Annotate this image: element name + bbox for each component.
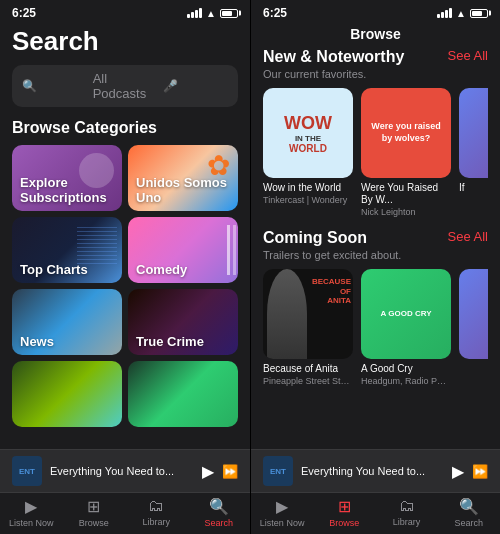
categories-grid: Explore Subscriptions Unidos Somos Uno T… — [12, 145, 238, 427]
page-title: Search — [12, 26, 238, 57]
library-icon-right: 🗂 — [399, 497, 415, 515]
now-playing-artwork-right: ENT — [263, 456, 293, 486]
now-playing-bar-right[interactable]: ENT Everything You Need to... ▶ ⏩ — [251, 449, 500, 492]
forward-button-left[interactable]: ⏩ — [222, 464, 238, 479]
time-right: 6:25 — [263, 6, 287, 20]
status-icons-right: ▲ — [437, 8, 488, 19]
podcast-artwork-goodcry: A GOOD CRY — [361, 269, 451, 359]
artwork-text-left: ENT — [19, 467, 35, 476]
tab-library-left[interactable]: 🗂 Library — [125, 497, 188, 528]
signal-icon — [187, 8, 202, 18]
category-tile-explore[interactable]: Explore Subscriptions — [12, 145, 122, 211]
mic-icon: 🎤 — [163, 79, 228, 93]
status-bar-right: 6:25 ▲ — [251, 0, 500, 22]
now-playing-title-left: Everything You Need to... — [50, 465, 194, 477]
podcast-name-wolves: Were You Raised By W... — [361, 182, 451, 206]
category-tile-comedy[interactable]: Comedy — [128, 217, 238, 283]
coming-soon-scroll: BECAUSEOFANITA Because of Anita Pineappl… — [263, 269, 488, 386]
coming-soon-title: Coming Soon — [263, 229, 367, 247]
browse-content: New & Noteworthy See All Our current fav… — [251, 48, 500, 449]
category-label-unidos: Unidos Somos Uno — [128, 169, 238, 211]
time-left: 6:25 — [12, 6, 36, 20]
category-label-more1 — [12, 415, 28, 427]
tab-bar-right: ▶ Listen Now ⊞ Browse 🗂 Library 🔍 Search — [251, 492, 500, 534]
new-noteworthy-header: New & Noteworthy See All — [263, 48, 488, 66]
browse-header: Browse — [251, 22, 500, 48]
signal-icon-right — [437, 8, 452, 18]
podcast-card-goodcry[interactable]: A GOOD CRY A Good Cry Headgum, Radio Poi… — [361, 269, 451, 386]
podcast-name-wow: Wow in the World — [263, 182, 353, 194]
listen-now-icon: ▶ — [25, 497, 37, 516]
podcast-card-wolves[interactable]: Were you raised by wolves? Were You Rais… — [361, 88, 451, 217]
now-playing-title-right: Everything You Need to... — [301, 465, 444, 477]
play-button-left[interactable]: ▶ — [202, 462, 214, 481]
category-tile-unidos[interactable]: Unidos Somos Uno — [128, 145, 238, 211]
category-tile-more1[interactable] — [12, 361, 122, 427]
podcast-author-wolves: Nick Leighton — [361, 207, 451, 217]
browse-icon-left: ⊞ — [87, 497, 100, 516]
anita-artwork-text: BECAUSEOFANITA — [312, 277, 351, 306]
tab-label-library-left: Library — [142, 517, 170, 527]
podcast-author-goodcry: Headgum, Radio Point — [361, 376, 451, 386]
tab-search-left[interactable]: 🔍 Search — [188, 497, 251, 528]
library-icon-left: 🗂 — [148, 497, 164, 515]
right-screen: 6:25 ▲ Browse New & Noteworthy See All O… — [250, 0, 500, 534]
coming-soon-header: Coming Soon See All — [263, 229, 488, 247]
new-noteworthy-subtitle: Our current favorites. — [263, 68, 488, 80]
see-all-new-noteworthy[interactable]: See All — [448, 48, 488, 63]
podcast-artwork-wolves: Were you raised by wolves? — [361, 88, 451, 178]
anita-person-graphic — [267, 269, 307, 359]
status-icons-left: ▲ — [187, 8, 238, 19]
tab-library-right[interactable]: 🗂 Library — [376, 497, 438, 528]
tab-bar-left: ▶ Listen Now ⊞ Browse 🗂 Library 🔍 Search — [0, 492, 250, 534]
left-screen: 6:25 ▲ Search 🔍 All Podcasts 🎤 Browse Ca… — [0, 0, 250, 534]
search-tab-icon-left: 🔍 — [209, 497, 229, 516]
podcast-card-third[interactable]: If — [459, 88, 488, 217]
tab-search-right[interactable]: 🔍 Search — [438, 497, 500, 528]
browse-icon-right: ⊞ — [338, 497, 351, 516]
wolves-artwork-text: Were you raised by wolves? — [361, 113, 451, 152]
podcast-author-anita: Pineapple Street Studi... — [263, 376, 353, 386]
search-placeholder: All Podcasts — [93, 71, 158, 101]
play-button-right[interactable]: ▶ — [452, 462, 464, 481]
now-playing-bar-left[interactable]: ENT Everything You Need to... ▶ ⏩ — [0, 449, 250, 492]
tab-label-listen-now-right: Listen Now — [260, 518, 305, 528]
wifi-icon-right: ▲ — [456, 8, 466, 19]
podcast-card-third2[interactable] — [459, 269, 488, 386]
tab-label-search-right: Search — [455, 518, 484, 528]
category-tile-truecrime[interactable]: True Crime — [128, 289, 238, 355]
search-icon: 🔍 — [22, 79, 87, 93]
browse-categories-heading: Browse Categories — [12, 119, 238, 137]
see-all-coming-soon[interactable]: See All — [448, 229, 488, 244]
podcast-card-anita[interactable]: BECAUSEOFANITA Because of Anita Pineappl… — [263, 269, 353, 386]
podcast-artwork-anita: BECAUSEOFANITA — [263, 269, 353, 359]
podcast-artwork-wow: WOW IN THE WORLD — [263, 88, 353, 178]
category-label-more2 — [128, 415, 144, 427]
wifi-icon: ▲ — [206, 8, 216, 19]
forward-button-right[interactable]: ⏩ — [472, 464, 488, 479]
listen-now-icon-right: ▶ — [276, 497, 288, 516]
podcast-name-anita: Because of Anita — [263, 363, 353, 375]
podcast-name-goodcry: A Good Cry — [361, 363, 451, 375]
now-playing-artwork-left: ENT — [12, 456, 42, 486]
tab-listen-now-right[interactable]: ▶ Listen Now — [251, 497, 313, 528]
tab-listen-now-left[interactable]: ▶ Listen Now — [0, 497, 63, 528]
battery-icon-right — [470, 9, 488, 18]
tab-label-browse-left: Browse — [79, 518, 109, 528]
category-tile-more2[interactable] — [128, 361, 238, 427]
category-tile-news[interactable]: News — [12, 289, 122, 355]
podcast-name-third: If — [459, 182, 488, 194]
goodcry-artwork-text: A GOOD CRY — [377, 305, 436, 323]
search-content: Search 🔍 All Podcasts 🎤 Browse Categorie… — [0, 22, 250, 449]
category-label-news: News — [12, 328, 62, 355]
new-noteworthy-scroll: WOW IN THE WORLD Wow in the World Tinker… — [263, 88, 488, 217]
tab-browse-right[interactable]: ⊞ Browse — [313, 497, 375, 528]
tab-browse-left[interactable]: ⊞ Browse — [63, 497, 126, 528]
category-label-comedy: Comedy — [128, 256, 195, 283]
search-bar[interactable]: 🔍 All Podcasts 🎤 — [12, 65, 238, 107]
podcast-card-wow[interactable]: WOW IN THE WORLD Wow in the World Tinker… — [263, 88, 353, 217]
tab-label-search-left: Search — [204, 518, 233, 528]
category-tile-topcharts[interactable]: Top Charts — [12, 217, 122, 283]
status-bar-left: 6:25 ▲ — [0, 0, 250, 22]
tab-label-listen-now-left: Listen Now — [9, 518, 54, 528]
